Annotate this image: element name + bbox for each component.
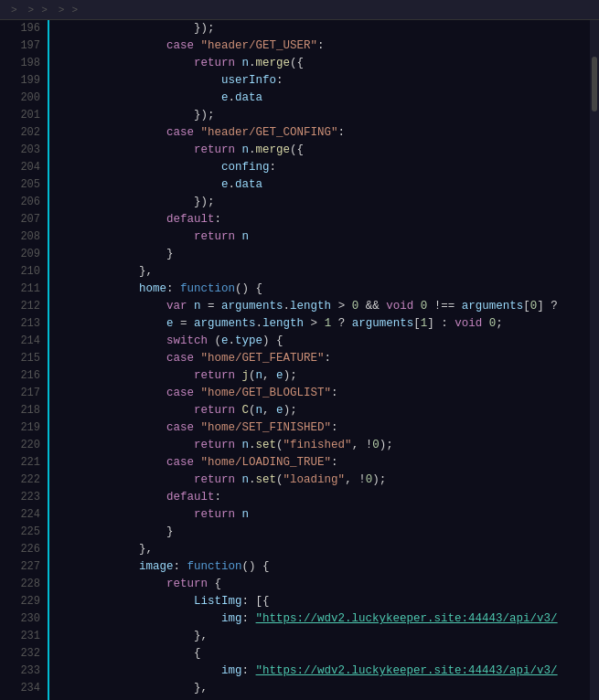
- code-token: return: [194, 506, 242, 524]
- line-number: 198: [0, 55, 40, 72]
- code-token: .: [256, 315, 263, 333]
- code-token: );: [372, 472, 386, 489]
- code-token: >: [331, 298, 352, 315]
- code-token: return: [194, 437, 242, 454]
- code-token: (: [249, 367, 256, 385]
- line-number: 230: [0, 610, 40, 628]
- code-line: userInfo:: [57, 72, 590, 90]
- code-line: }: [57, 524, 590, 541]
- code-line: case "header/GET_CONFING":: [57, 124, 590, 142]
- code-token: [57, 576, 166, 593]
- code-token: },: [139, 541, 153, 558]
- code-token: [57, 333, 166, 350]
- code-token: [57, 281, 139, 298]
- code-token: e: [276, 402, 283, 419]
- code-token: "https://wdv2.luckykeeper.site:44443/api…: [256, 610, 558, 628]
- code-token: set: [256, 437, 277, 454]
- breadcrumb: > > > > >: [7, 5, 81, 16]
- code-token: [57, 402, 194, 419]
- code-token: );: [283, 402, 297, 419]
- code-token: }: [166, 246, 174, 263]
- code-token: n: [242, 142, 250, 159]
- code-token: [57, 472, 194, 489]
- code-content[interactable]: }); case "header/GET_USER": return n.mer…: [48, 20, 590, 700]
- line-number: 221: [0, 454, 40, 472]
- line-number: 196: [0, 20, 40, 37]
- code-line: e = arguments.length > 1 ? arguments[1] …: [57, 315, 590, 333]
- line-numbers: 1961971981992002012022032042052062072082…: [0, 20, 48, 700]
- line-number: 234: [0, 680, 40, 697]
- code-token: ] :: [427, 315, 455, 333]
- code-token: 0: [372, 437, 380, 454]
- code-line: },: [57, 628, 590, 645]
- code-line: e.data: [57, 90, 590, 107]
- code-line: var n = arguments.length > 0 && void 0 !…: [57, 298, 590, 315]
- code-token: img: [221, 610, 242, 628]
- code-token: function: [180, 281, 235, 298]
- code-line: return n: [57, 228, 590, 246]
- code-token: [57, 628, 194, 645]
- code-token: =: [180, 315, 194, 333]
- code-line: return {: [57, 576, 590, 593]
- code-line: return n.set("finished", !0);: [57, 437, 590, 454]
- breadcrumb-sep5: >: [59, 5, 65, 16]
- code-token: n: [242, 228, 250, 246]
- scrollbar-thumb[interactable]: [592, 57, 597, 111]
- code-token: [57, 142, 194, 159]
- code-line: },: [57, 263, 590, 281]
- code-token: .: [249, 142, 256, 159]
- line-number: 206: [0, 194, 40, 211]
- code-token: [57, 558, 139, 576]
- code-line: default:: [57, 211, 590, 228]
- code-token: );: [283, 367, 297, 385]
- code-token: e: [221, 333, 229, 350]
- line-number: 200: [0, 90, 40, 107]
- code-token: });: [194, 20, 215, 37]
- code-token: [57, 37, 166, 55]
- code-token: [57, 645, 194, 663]
- scrollbar[interactable]: [590, 20, 599, 700]
- code-line: });: [57, 20, 590, 37]
- code-token: [57, 124, 166, 142]
- code-token: arguments: [352, 315, 414, 333]
- code-line: home: function() {: [57, 281, 590, 298]
- code-token: [57, 385, 166, 402]
- code-token: [57, 90, 221, 107]
- code-token: :: [215, 211, 222, 228]
- line-number: 209: [0, 246, 40, 263]
- code-line: },: [57, 541, 590, 558]
- code-token: img: [221, 663, 242, 680]
- line-number: 229: [0, 593, 40, 610]
- code-line: return n.merge({: [57, 55, 590, 72]
- code-token: C: [242, 402, 250, 419]
- code-token: [57, 176, 221, 194]
- code-token: :: [166, 281, 180, 298]
- code-line: case "home/LOADING_TRUE":: [57, 454, 590, 472]
- line-number: 205: [0, 176, 40, 194]
- code-area: 1961971981992002012022032042052062072082…: [0, 20, 599, 700]
- code-token: case: [166, 37, 201, 55]
- code-token: [57, 298, 166, 315]
- code-token: "finished": [283, 437, 352, 454]
- code-line: case "home/GET_FEATURE":: [57, 350, 590, 367]
- code-token: :: [331, 385, 338, 402]
- code-token: {: [194, 645, 201, 663]
- code-token: ,: [345, 472, 358, 489]
- code-token: [57, 350, 166, 367]
- code-token: [57, 263, 139, 281]
- code-token: ({: [290, 55, 304, 72]
- code-token: e: [221, 176, 229, 194]
- code-token: void: [386, 298, 421, 315]
- code-token: :: [174, 558, 187, 576]
- code-token: n: [242, 472, 250, 489]
- code-token: "home/LOADING_TRUE": [201, 454, 332, 472]
- breadcrumb-sep6: >: [71, 5, 78, 16]
- code-token: [57, 541, 139, 558]
- code-token: !==: [427, 298, 462, 315]
- code-token: :: [276, 72, 283, 90]
- code-token: .: [229, 176, 236, 194]
- code-token: .: [249, 437, 256, 454]
- code-token: :: [338, 124, 346, 142]
- code-token: [57, 593, 194, 610]
- line-number: 226: [0, 541, 40, 558]
